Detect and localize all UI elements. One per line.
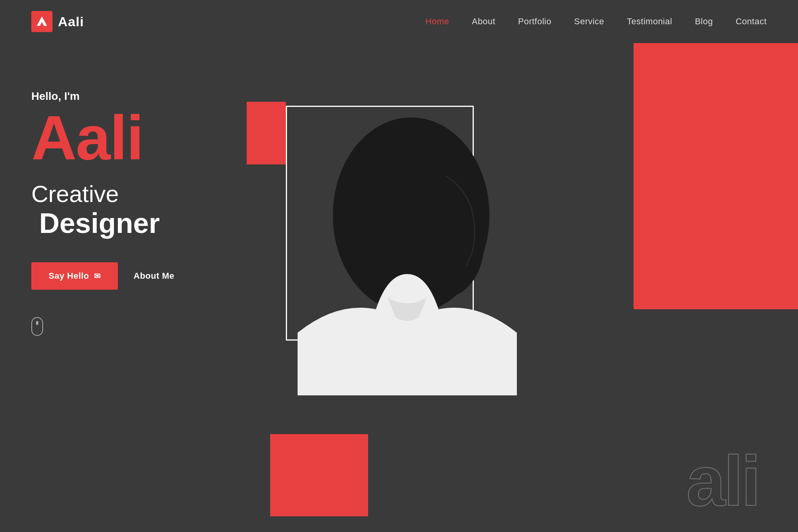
hero-role: Creative Designer bbox=[31, 177, 247, 239]
say-hello-label: Say Hello bbox=[49, 271, 89, 281]
photo-area bbox=[298, 98, 517, 395]
nav-item-portfolio[interactable]: Portfolio bbox=[518, 16, 551, 27]
nav-link-blog[interactable]: Blog bbox=[695, 16, 713, 26]
brand-name: Aali bbox=[58, 14, 84, 29]
nav-item-blog[interactable]: Blog bbox=[695, 16, 713, 27]
nav-item-contact[interactable]: Contact bbox=[736, 16, 767, 27]
logo-area[interactable]: Aali bbox=[31, 11, 84, 32]
role-main: Designer bbox=[39, 207, 160, 239]
cta-group: Say Hello ✉ About Me bbox=[31, 262, 247, 290]
hero-section: Hello, I'm Aali Creative Designer Say He… bbox=[0, 43, 798, 532]
say-hello-button[interactable]: Say Hello ✉ bbox=[31, 262, 118, 290]
greeting-text: Hello, I'm bbox=[31, 90, 247, 103]
red-block-main bbox=[634, 43, 798, 309]
watermark-text: ali bbox=[686, 446, 759, 516]
mail-icon: ✉ bbox=[94, 271, 101, 281]
nav-item-about[interactable]: About bbox=[472, 16, 495, 27]
red-block-small-top bbox=[247, 102, 286, 164]
nav-link-service[interactable]: Service bbox=[574, 16, 604, 26]
nav-link-about[interactable]: About bbox=[472, 16, 495, 26]
nav-link-contact[interactable]: Contact bbox=[736, 16, 767, 26]
nav-link-home[interactable]: Home bbox=[425, 16, 449, 26]
scroll-dot bbox=[36, 321, 38, 325]
about-me-button[interactable]: About Me bbox=[134, 271, 174, 281]
hero-right: ali bbox=[247, 67, 767, 532]
red-block-bottom bbox=[270, 434, 368, 516]
role-prefix: Creative bbox=[31, 181, 119, 207]
nav-link-portfolio[interactable]: Portfolio bbox=[518, 16, 551, 26]
navbar: Aali Home About Portfolio Service Testim… bbox=[0, 0, 798, 43]
nav-item-home[interactable]: Home bbox=[425, 16, 449, 27]
hero-left: Hello, I'm Aali Creative Designer Say He… bbox=[31, 67, 247, 532]
nav-item-service[interactable]: Service bbox=[574, 16, 604, 27]
nav-link-testimonial[interactable]: Testimonial bbox=[627, 16, 672, 26]
nav-item-testimonial[interactable]: Testimonial bbox=[627, 16, 672, 27]
hero-name: Aali bbox=[31, 106, 247, 169]
logo-icon bbox=[31, 11, 52, 32]
nav-links: Home About Portfolio Service Testimonial… bbox=[425, 16, 767, 27]
scroll-indicator bbox=[31, 317, 43, 336]
